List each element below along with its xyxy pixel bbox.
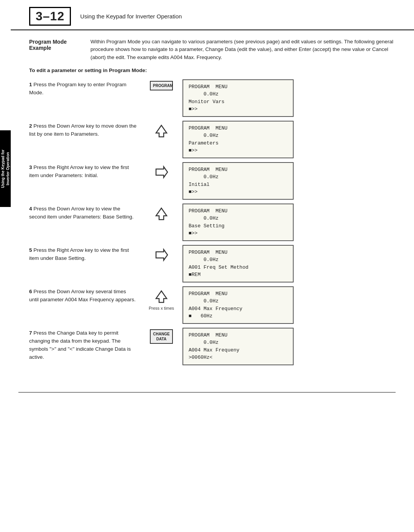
lcd-display-4: PROGRAM MENU 0.0Hz Base Setting ■>> [182,204,294,241]
side-tab: Using the Keypad forInverter Operation [0,130,11,207]
lcd-display-3: PROGRAM MENU 0.0Hz Initial ■>> [182,162,294,200]
lcd-3-line4: ■>> [189,188,288,196]
lcd-7-line3: A004 Max Frequeny [189,346,288,354]
lcd-1-line1: PROGRAM MENU [189,83,288,91]
lcd-1-line2: 0.0Hz [189,90,288,98]
step-7-num: 7 [29,330,32,336]
lcd-1-line4: ■>> [189,105,288,113]
lcd-7-line1: PROGRAM MENU [189,332,288,339]
step-5-key [144,245,179,263]
step-7-desc: Press the Change Data key to permit chan… [29,330,131,360]
lcd-display-6: PROGRAM MENU 0.0Hz A004 Max Frequency ■ … [182,286,294,324]
step-5-desc: Press the Right Arrow key to view the fi… [29,247,129,261]
lcd-5-line2: 0.0Hz [189,256,288,264]
lcd-5-line4: ■REM [189,271,288,279]
down-arrow-icon-3 [153,288,170,305]
step-4-text: 4 Press the Down Arrow key to view the s… [29,204,144,221]
lcd-6-line2: 0.0Hz [189,297,288,305]
lcd-4-line2: 0.0Hz [189,215,288,222]
step-6-lcd: PROGRAM MENU 0.0Hz A004 Max Frequency ■ … [179,286,396,324]
down-arrow-icon-2 [153,205,170,222]
step-1-key: PROGRAM [144,79,179,90]
step-row-6: 6 Press the Down Arrow key several times… [29,286,396,324]
page-header: 3–12 Using the Keypad for Inverter Opera… [11,0,414,30]
step-row-4: 4 Press the Down Arrow key to view the s… [29,204,396,241]
header-title: Using the Keypad for Inverter Operation [80,13,182,20]
bottom-rule [18,392,396,392]
lcd-7-line2: 0.0Hz [189,339,288,346]
step-6-key: Press x times [144,286,179,310]
step-2-key [144,121,179,139]
lcd-6-line4: ■ 60Hz [189,312,288,320]
step-row-7: 7 Press the Change Data key to permit ch… [29,328,396,365]
step-4-desc: Press the Down Arrow key to view the sec… [29,206,133,220]
change-data-key-button: CHANGEDATA [150,329,172,344]
step-2-lcd: PROGRAM MENU 0.0Hz Parameters ■>> [179,121,396,158]
right-arrow-icon [153,164,170,181]
main-content: Program ModeExample Within Program Mode … [11,30,414,381]
lcd-4-line4: ■>> [189,230,288,237]
step-4-key [144,204,179,222]
sub-instruction: To edit a parameter or setting in Progra… [29,67,396,73]
steps-area: 1 Press the Program key to enter Program… [29,79,396,369]
step-row-2: 2 Press the Down Arrow key to move down … [29,121,396,158]
step-row-1: 1 Press the Program key to enter Program… [29,79,396,117]
step-2-num: 2 [29,123,32,129]
step-7-text: 7 Press the Change Data key to permit ch… [29,328,144,361]
lcd-2-line4: ■>> [189,147,288,154]
lcd-display-7: PROGRAM MENU 0.0Hz A004 Max Frequeny >00… [182,328,294,365]
right-arrow-icon-2 [153,246,170,263]
svg-marker-1 [156,167,168,177]
program-key-button: PROGRAM [150,81,173,90]
lcd-display-2: PROGRAM MENU 0.0Hz Parameters ■>> [182,121,294,158]
lcd-5-line1: PROGRAM MENU [189,249,288,256]
step-6-desc: Press the Down Arrow key several times u… [29,289,136,302]
step-7-lcd: PROGRAM MENU 0.0Hz A004 Max Frequeny >00… [179,328,396,365]
section-header: Program ModeExample Within Program Mode … [29,38,396,61]
lcd-display-1: PROGRAM MENU 0.0Hz Monitor Vars ■>> [182,79,294,117]
step-2-desc: Press the Down Arrow key to move down th… [29,123,136,137]
step-5-lcd: PROGRAM MENU 0.0Hz A001 Freq Set Method … [179,245,396,282]
lcd-2-line1: PROGRAM MENU [189,125,288,132]
step-row-5: 5 Press the Right Arrow key to view the … [29,245,396,282]
step-7-key: CHANGEDATA [144,328,179,344]
step-3-num: 3 [29,164,32,170]
svg-marker-3 [156,250,168,260]
step-5-text: 5 Press the Right Arrow key to view the … [29,245,144,263]
lcd-4-line1: PROGRAM MENU [189,207,288,215]
lcd-3-line1: PROGRAM MENU [189,166,288,174]
step-1-desc: Press the Program key to enter Program M… [29,82,127,95]
chapter-number: 3–12 [29,7,71,26]
lcd-6-line3: A004 Max Frequency [189,305,288,313]
step-3-lcd: PROGRAM MENU 0.0Hz Initial ■>> [179,162,396,200]
step-4-lcd: PROGRAM MENU 0.0Hz Base Setting ■>> [179,204,396,241]
press-x-times-label: Press x times [149,306,174,310]
step-2-text: 2 Press the Down Arrow key to move down … [29,121,144,138]
lcd-1-line3: Monitor Vars [189,98,288,106]
step-6-text: 6 Press the Down Arrow key several times… [29,286,144,304]
step-1-lcd: PROGRAM MENU 0.0Hz Monitor Vars ■>> [179,79,396,117]
lcd-6-line1: PROGRAM MENU [189,290,288,298]
lcd-7-line4: >0060Hz< [189,354,288,361]
svg-marker-4 [156,291,167,302]
lcd-2-line3: Parameters [189,140,288,147]
down-arrow-icon [153,122,170,139]
lcd-4-line3: Base Setting [189,222,288,230]
lcd-3-line2: 0.0Hz [189,173,288,181]
lcd-2-line2: 0.0Hz [189,132,288,140]
step-6-num: 6 [29,289,32,294]
step-row-3: 3 Press the Right Arrow key to view the … [29,162,396,200]
step-5-num: 5 [29,247,32,253]
svg-marker-2 [156,208,167,220]
step-4-num: 4 [29,206,32,212]
step-3-text: 3 Press the Right Arrow key to view the … [29,162,144,180]
section-body: Within Program Mode you can navigate to … [90,38,396,61]
step-1-text: 1 Press the Program key to enter Program… [29,79,144,97]
section-label: Program ModeExample [29,38,90,61]
svg-marker-0 [156,125,167,137]
lcd-3-line3: Initial [189,181,288,189]
step-3-key [144,162,179,181]
lcd-5-line3: A001 Freq Set Method [189,264,288,271]
step-1-num: 1 [29,82,32,87]
step-3-desc: Press the Right Arrow key to view the fi… [29,164,129,178]
